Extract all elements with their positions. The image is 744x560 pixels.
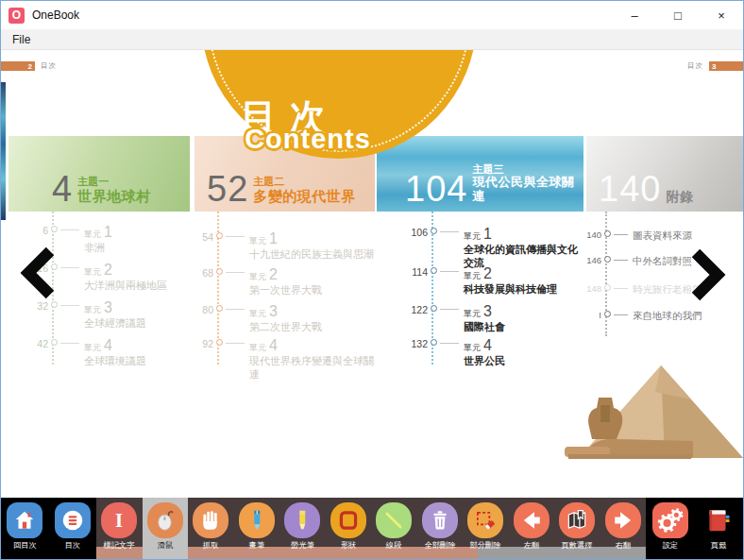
toc-item-unit: 單元1 <box>84 224 112 241</box>
toc-item-unit: 單元3 <box>84 299 146 316</box>
tool-mouse[interactable]: 滑鼠 <box>143 498 189 559</box>
toc-item-page: 122 <box>377 303 428 315</box>
toc-item-text: 單元2科技發展與科技倫理 <box>464 265 557 297</box>
toc-item[interactable]: I來自地球的我們 <box>586 309 743 322</box>
toc-item[interactable]: 140圖表資料來源 <box>586 229 743 242</box>
menu-file[interactable]: File <box>8 33 34 46</box>
page-select-icon <box>559 502 595 538</box>
toc-item[interactable]: 32單元3全球經濟議題 <box>8 299 190 331</box>
toc-item-connector <box>226 272 245 273</box>
toc-item[interactable]: 132單元4世界公民 <box>377 337 583 368</box>
tool-arrow-right[interactable]: 右翻 <box>600 498 647 559</box>
trash-icon <box>422 502 458 538</box>
unit-label: 單元 <box>249 308 266 320</box>
unit-label: 單元 <box>84 342 101 354</box>
tool-settings[interactable]: 設定 <box>646 498 695 559</box>
toc-item-dot <box>431 228 437 234</box>
app-icon: O <box>8 8 25 24</box>
tool-shape[interactable]: 形狀 <box>326 498 372 559</box>
toc-item[interactable]: 80單元3第二次世界大戰 <box>194 303 375 334</box>
toc-item-page: 54 <box>194 230 213 243</box>
tool-bookmark[interactable]: 頁籤 <box>695 498 744 559</box>
unit-number: 3 <box>104 299 112 316</box>
title-bar[interactable]: O OneBook – □ × <box>1 1 743 29</box>
toc-item-page: 132 <box>377 337 428 349</box>
unit-number: 2 <box>104 262 112 279</box>
tool-trash[interactable]: 全部刪除 <box>417 498 464 559</box>
arrow-right-icon <box>605 502 641 538</box>
tool-hand[interactable]: 抓取 <box>188 498 234 559</box>
onebook-window: O OneBook – □ × File 2 目次 3 目次 目次 Conten… <box>0 0 744 560</box>
unit-label: 單元 <box>249 235 266 247</box>
unit-label: 單元 <box>84 266 101 279</box>
toc-item-text: 中外名詞對照 <box>633 254 692 267</box>
toc-item[interactable]: 106單元1全球化的資訊傳播與文化交流 <box>377 226 583 270</box>
column-header: 4主題一世界地球村 <box>8 136 190 212</box>
toc-item-page: 92 <box>194 337 213 349</box>
toc-item-dot <box>51 339 58 346</box>
toc-item-connector <box>614 314 628 315</box>
toc-item[interactable]: 114單元2科技發展與科技倫理 <box>377 265 583 297</box>
arrow-left-icon <box>514 502 550 538</box>
unit-label: 單元 <box>464 342 481 354</box>
page-marker-right-label: 目次 <box>687 61 703 71</box>
tool-arrow-left[interactable]: 左翻 <box>509 498 555 559</box>
toc-item[interactable]: 42單元4全球環境議題 <box>8 337 190 368</box>
bookmark-icon <box>701 502 736 538</box>
toc-item-text: 來自地球的我們 <box>633 309 702 322</box>
toc-item-connector <box>614 234 628 235</box>
page-marker-left: 2 目次 <box>1 61 62 71</box>
toc-item-unit: 單元4 <box>249 337 375 354</box>
toc-item-connector <box>60 267 79 268</box>
text-mark-icon: I <box>101 502 137 538</box>
toc-item-text: 單元1全球化的資訊傳播與文化交流 <box>464 226 583 270</box>
tool-text-mark[interactable]: I標記文字 <box>96 498 143 559</box>
toc-item[interactable]: 68單元2第一次世界大戰 <box>194 266 375 297</box>
minimize-button[interactable]: – <box>613 8 656 23</box>
previous-page-arrow[interactable] <box>20 246 56 299</box>
toc-item-page: 106 <box>377 226 428 238</box>
toc-item-text: 單元4現代世界秩序變遷與全球關連 <box>249 337 375 382</box>
unit-number: 2 <box>269 266 278 283</box>
toc-column-1: 4主題一世界地球村6單元1非洲16單元2大洋洲與兩極地區32單元3全球經濟議題4… <box>8 136 190 212</box>
toc-item-connector <box>60 229 79 230</box>
toc-item[interactable]: 54單元1十九世紀的民族主義與思潮 <box>194 230 375 262</box>
toc-item-connector <box>440 309 459 310</box>
column-theme-label: 主題二 <box>253 176 356 188</box>
next-page-arrow[interactable] <box>690 248 726 301</box>
home-icon <box>7 502 42 538</box>
tool-line[interactable]: 線段 <box>371 498 417 559</box>
toc-item[interactable]: 92單元4現代世界秩序變遷與全球關連 <box>194 337 375 382</box>
toc-item[interactable]: 122單元3國際社會 <box>377 303 583 334</box>
page-marker-left-label: 目次 <box>41 61 57 71</box>
unit-number: 4 <box>483 337 492 354</box>
toc-item-page: 140 <box>586 229 601 240</box>
toc-item-page: 68 <box>194 266 213 279</box>
tool-partial-erase[interactable]: 部分刪除 <box>463 498 509 559</box>
tool-page-select[interactable]: 頁數選擇 <box>554 498 600 559</box>
tool-list[interactable]: 目次 <box>49 498 97 559</box>
toc-item-connector <box>440 343 459 344</box>
column-title: 現代公民與全球關連 <box>472 176 583 204</box>
column-body: 106單元1全球化的資訊傳播與文化交流114單元2科技發展與科技倫理122單元3… <box>377 212 583 377</box>
toc-item-connector <box>226 343 245 344</box>
toc-item-text: 單元2大洋洲與兩極地區 <box>84 262 167 293</box>
toc-item-dot <box>604 256 611 263</box>
column-title: 附錄 <box>666 189 693 204</box>
tool-home[interactable]: 回目次 <box>1 498 49 559</box>
tool-pen[interactable]: 畫筆 <box>234 498 280 559</box>
pen-icon <box>239 502 275 538</box>
tool-highlighter[interactable]: 螢光筆 <box>279 498 326 559</box>
toc-item-dot <box>604 230 611 237</box>
column-header-text: 主題一世界地球村 <box>77 176 151 204</box>
unit-number: 4 <box>269 337 278 354</box>
hand-icon <box>193 502 228 538</box>
toc-item-title: 全球環境議題 <box>84 355 146 368</box>
toc-item-connector <box>440 231 459 232</box>
toc-item-connector <box>226 309 245 310</box>
maximize-button[interactable]: □ <box>656 8 700 23</box>
unit-number: 3 <box>269 303 278 320</box>
toc-item-dot <box>216 339 223 346</box>
close-button[interactable]: × <box>700 8 743 23</box>
unit-number: 1 <box>269 230 278 247</box>
